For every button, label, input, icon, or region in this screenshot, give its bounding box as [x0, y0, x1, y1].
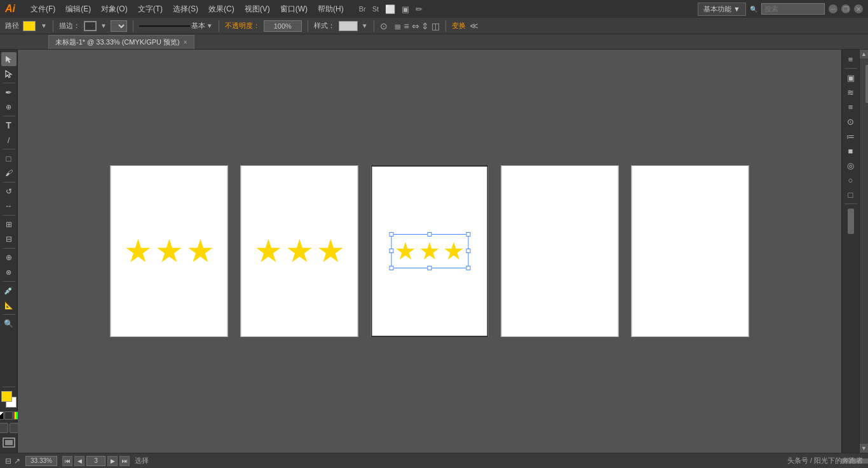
pen-tool[interactable]: ✒ [1, 85, 17, 99]
scroll-down-arrow[interactable]: ▼ [860, 444, 869, 453]
artboard-4 [501, 165, 619, 337]
shape-builder[interactable]: ⊕ [1, 251, 17, 265]
prev-page-button[interactable]: ◀ [74, 456, 85, 466]
toolbar-top: 路径 ▼ 描边： ▼ 基本 ▼ 不透明度： 样式： ▼ ⊙ ≣ ≡ ⇔ ⇕ ◫ … [0, 18, 868, 34]
fill-dropdown-icon[interactable]: ▼ [41, 22, 47, 29]
base-function-button[interactable]: 基本功能 ▼ [698, 3, 746, 16]
menu-text[interactable]: 文字(T) [134, 3, 166, 16]
handle-ml[interactable] [389, 249, 393, 253]
tool-sep-2 [3, 116, 15, 116]
opacity-input[interactable] [264, 20, 302, 32]
bridge-icon[interactable]: Br [359, 5, 366, 13]
tool-sep-7 [3, 281, 15, 282]
handle-bl[interactable] [389, 266, 393, 270]
main-layout: ✒ ⊕ T / □ 🖌 ↺ ↔ ⊞ ⊟ ⊕ ⊗ 💉 📐 🔍 [0, 50, 868, 453]
selection-tool[interactable] [1, 52, 17, 66]
pen-icon[interactable]: ✏ [416, 4, 423, 14]
right-icon-grid[interactable]: ▣ [843, 71, 858, 85]
type-tool[interactable]: T [1, 118, 17, 132]
artboard-icon[interactable]: ⊟ [5, 457, 11, 465]
handle-br[interactable] [466, 266, 470, 270]
menu-window[interactable]: 窗口(W) [276, 3, 311, 16]
arrange-icon[interactable]: ⬜ [385, 4, 395, 14]
search-input[interactable] [761, 3, 825, 15]
restore-button[interactable]: ❐ [841, 4, 850, 13]
scroll-thumb[interactable] [865, 65, 869, 103]
minimize-button[interactable]: ─ [829, 4, 837, 13]
menu-view[interactable]: 视图(V) [241, 3, 274, 16]
tool-sep-3 [3, 149, 15, 149]
zoom-tool[interactable]: 🔍 [1, 317, 17, 331]
more-icon[interactable]: ≪ [470, 21, 478, 31]
rotate-tool[interactable]: ↺ [1, 184, 17, 198]
color-icon[interactable] [4, 411, 13, 420]
watermark: 头条号 / 阳光下的奔跑者 [787, 456, 863, 465]
fill-color-swatch[interactable] [23, 21, 36, 31]
zoom-control: 33.33% [25, 456, 57, 466]
star-1-3: ★ [186, 235, 215, 267]
stock-icon[interactable]: St [372, 5, 379, 13]
right-icon-layers[interactable]: ≋ [843, 85, 858, 99]
arrange2-icon[interactable]: ▣ [402, 4, 409, 14]
right-icon-swatches[interactable]: ■ [843, 144, 858, 158]
align-icon1[interactable]: ⊙ [380, 21, 388, 31]
stroke-basic-dropdown[interactable]: ▼ [207, 22, 213, 29]
scroll-up-arrow[interactable]: ▲ [860, 50, 869, 59]
right-icon-char[interactable]: ≔ [843, 129, 858, 143]
mirror-tool[interactable]: ↔ [1, 199, 17, 213]
menu-select[interactable]: 选择(S) [169, 3, 202, 16]
menu-file[interactable]: 文件(F) [27, 3, 59, 16]
star-2-2: ★ [285, 235, 314, 267]
none-color-icon[interactable] [0, 411, 4, 420]
right-scrollbar: ▲ ▼ [859, 50, 868, 453]
menu-effect[interactable]: 效果(C) [205, 3, 238, 16]
rect-tool[interactable]: □ [1, 151, 17, 165]
anchor-tool[interactable]: ⊕ [1, 100, 17, 114]
handle-bc[interactable] [427, 266, 431, 270]
direct-selection-tool[interactable] [1, 67, 17, 81]
menu-help[interactable]: 帮助(H) [314, 3, 348, 16]
paint-tool[interactable]: 🖌 [1, 166, 17, 180]
last-page-button[interactable]: ⏭ [119, 456, 130, 466]
tab-title: 未标题-1* @ 33.33% (CMYK/GPU 预览) [55, 38, 180, 47]
right-icon-stroke[interactable]: ○ [843, 173, 858, 187]
tab-close-button[interactable]: × [184, 39, 187, 46]
style-dropdown-icon[interactable]: ▼ [362, 22, 368, 29]
tab-bar: 未标题-1* @ 33.33% (CMYK/GPU 预览) × [0, 34, 868, 50]
zoom-input[interactable]: 33.33% [25, 456, 57, 466]
handle-tr[interactable] [466, 232, 470, 237]
menu-edit[interactable]: 编辑(E) [62, 3, 95, 16]
first-page-button[interactable]: ⏮ [62, 456, 72, 466]
right-icon-gradient[interactable]: ◎ [843, 158, 858, 172]
stroke-color-swatch[interactable] [84, 21, 97, 31]
menu-object[interactable]: 对象(O) [97, 3, 131, 16]
handle-tl[interactable] [389, 232, 393, 237]
right-icon-brush[interactable]: ≡ [843, 100, 858, 114]
transform-label[interactable]: 变换 [452, 21, 466, 31]
width-tool[interactable]: ⊞ [1, 217, 17, 231]
page-number-input[interactable] [86, 456, 105, 466]
eyedropper-tool[interactable]: 💉 [1, 284, 17, 298]
right-icon-menu[interactable]: ≡ [843, 52, 858, 66]
active-tab[interactable]: 未标题-1* @ 33.33% (CMYK/GPU 预览) × [48, 35, 194, 49]
artboard-icon-bottom[interactable] [2, 437, 16, 450]
right-sep-2 [844, 203, 857, 204]
free-transform[interactable]: ⊟ [1, 232, 17, 246]
line-tool[interactable]: / [1, 133, 17, 147]
next-page-button[interactable]: ▶ [107, 456, 118, 466]
share-icon[interactable]: ↗ [14, 457, 20, 465]
draw-normal-icon[interactable] [0, 423, 8, 433]
style-swatch[interactable] [339, 21, 358, 31]
right-icon-transform[interactable]: □ [843, 188, 858, 202]
perspective-tool[interactable]: ⊗ [1, 265, 17, 279]
measure-tool[interactable]: 📐 [1, 298, 17, 312]
fill-swatch-top[interactable] [1, 391, 12, 402]
right-icon-symbol[interactable]: ⊙ [843, 114, 858, 128]
close-button[interactable]: ✕ [854, 4, 863, 13]
transform-icons[interactable]: ≣ ≡ ⇔ ⇕ ◫ [394, 21, 440, 31]
stroke-dropdown-icon[interactable]: ▼ [100, 22, 107, 29]
handle-tc[interactable] [427, 232, 431, 237]
stroke-weight-select[interactable] [111, 20, 127, 32]
tool-sep-9 [3, 387, 15, 387]
handle-mr[interactable] [466, 249, 470, 253]
